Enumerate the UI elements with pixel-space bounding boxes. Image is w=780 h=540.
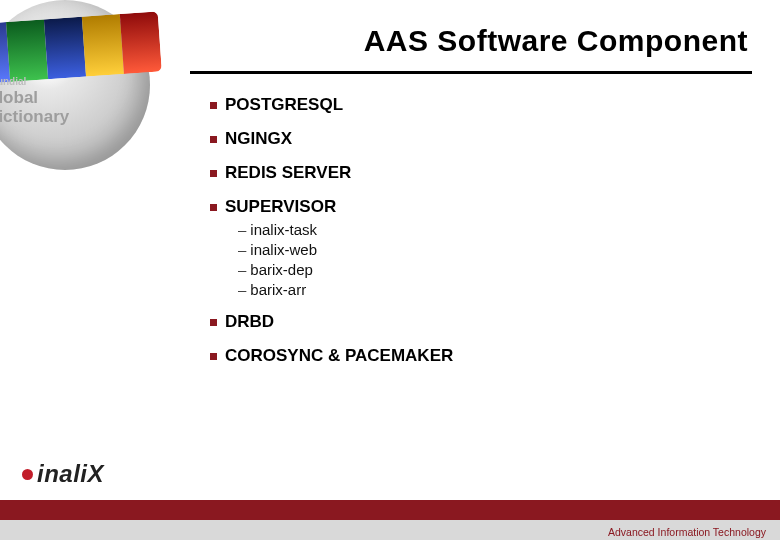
- bullet-icon: [210, 170, 217, 177]
- logo: inaliX: [22, 454, 104, 494]
- list-item-label: SUPERVISOR: [225, 197, 336, 217]
- sublist-item: –inalix-web: [238, 241, 740, 258]
- logo-text: inaliX: [37, 460, 104, 488]
- list-item-label: COROSYNC & PACEMAKER: [225, 346, 453, 366]
- bullet-icon: [210, 136, 217, 143]
- bullet-icon: [210, 204, 217, 211]
- bullet-icon: [210, 102, 217, 109]
- sublist-item: –inalix-task: [238, 221, 740, 238]
- list-item: SUPERVISOR: [210, 197, 740, 217]
- wordcloud: mundial global dictionary: [0, 70, 150, 133]
- list-item: POSTGRESQL: [210, 95, 740, 115]
- list-item-label: DRBD: [225, 312, 274, 332]
- title-bar: AAS Software Component: [190, 18, 752, 74]
- page-title: AAS Software Component: [190, 18, 752, 58]
- list-item: NGINGX: [210, 129, 740, 149]
- list-item-label: REDIS SERVER: [225, 163, 351, 183]
- corner-graphic: mundial global dictionary: [0, 0, 180, 200]
- sublist-item: –barix-dep: [238, 261, 740, 278]
- content-list: POSTGRESQL NGINGX REDIS SERVER SUPERVISO…: [210, 95, 740, 366]
- sublist: –inalix-task –inalix-web –barix-dep –bar…: [238, 221, 740, 298]
- list-item: COROSYNC & PACEMAKER: [210, 346, 740, 366]
- sublist-item: –barix-arr: [238, 281, 740, 298]
- list-item: DRBD: [210, 312, 740, 332]
- footer: inaliX Advanced Information Technology: [0, 494, 780, 540]
- bullet-icon: [210, 319, 217, 326]
- footer-red-bar: [0, 500, 780, 520]
- footer-tagline: Advanced Information Technology: [608, 526, 766, 538]
- list-item-label: NGINGX: [225, 129, 292, 149]
- list-item: REDIS SERVER: [210, 163, 740, 183]
- logo-dot-icon: [22, 469, 33, 480]
- bullet-icon: [210, 353, 217, 360]
- list-item-label: POSTGRESQL: [225, 95, 343, 115]
